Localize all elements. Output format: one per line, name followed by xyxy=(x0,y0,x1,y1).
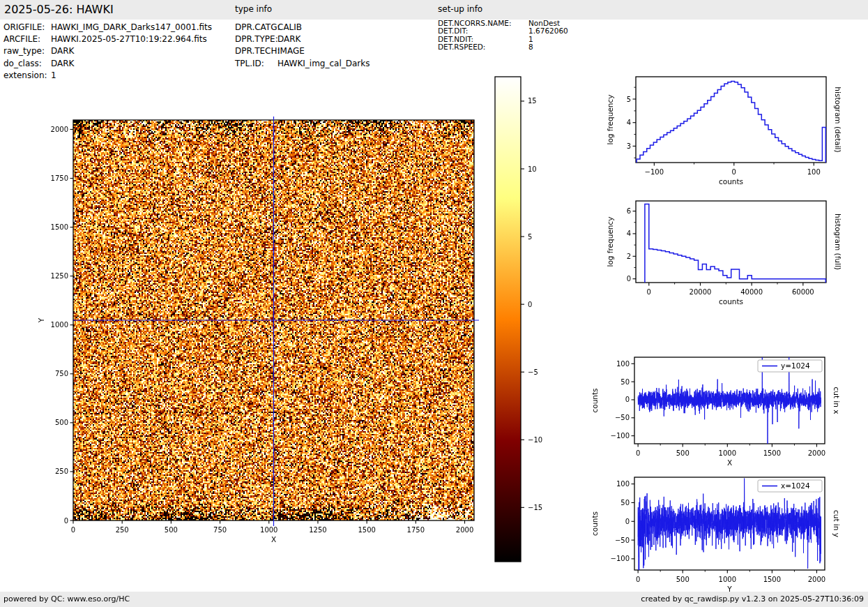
colorbar-tick-label: 10 xyxy=(528,165,537,173)
x-tick-label: 1500 xyxy=(763,449,781,457)
hist_detail-ylabel: log frequency xyxy=(606,94,614,144)
hist_full-frame xyxy=(636,201,826,283)
x-tick-label: 1000 xyxy=(719,576,736,583)
y-tick-label: 500 xyxy=(55,419,68,426)
y-tick-label: 50 xyxy=(620,499,630,507)
cut_y-side-label: cut in y xyxy=(832,510,841,537)
x-tick-label: 2000 xyxy=(456,526,473,534)
x-tick-label: 1750 xyxy=(407,526,425,534)
doclass-label: do_class: xyxy=(3,58,51,70)
hist_full-xlabel: counts xyxy=(719,297,743,306)
extension-label: extension: xyxy=(3,70,51,82)
x-tick-label: 500 xyxy=(676,576,690,583)
y-tick-label: 0 xyxy=(627,275,631,283)
cut_x-frame xyxy=(634,357,825,444)
ncorrs-value: NonDest xyxy=(528,19,560,27)
qc-report-page: 2025-05-26: HAWKI type info set-up info … xyxy=(0,0,868,607)
y-tick-label: 6 xyxy=(627,207,631,215)
y-tick-label: 100 xyxy=(616,480,630,488)
x-tick-label: 2000 xyxy=(808,449,825,457)
x-tick-label: 0 xyxy=(71,526,75,534)
header-bar: 2025-05-26: HAWKI type info set-up info xyxy=(0,0,868,20)
info-row-dprcatg: DPR.CATG:CALIB xyxy=(235,22,370,33)
x-tick-label: 750 xyxy=(213,526,227,534)
info-row-doclass: do_class:DARK xyxy=(3,58,212,70)
rspeed-value: 8 xyxy=(528,43,533,51)
rawtype-label: raw_type: xyxy=(3,45,51,57)
y-tick-label: 2 xyxy=(627,253,631,260)
x-tick-label: 0 xyxy=(636,449,640,457)
footer-created-by: created by qc_rawdisp.py v1.2.3 on 2025-… xyxy=(641,594,864,604)
origfile-value: HAWKI_IMG_DARK_Darks147_0001.fits xyxy=(51,22,212,32)
colorbar-tick-label: 5 xyxy=(528,233,532,241)
y-tick-label: −50 xyxy=(615,537,630,544)
y-tick-label: 0 xyxy=(64,517,68,525)
y-tick-label: 750 xyxy=(55,370,68,377)
colorbar-tick-label: −5 xyxy=(528,368,538,376)
x-tick-label: 60000 xyxy=(792,288,814,296)
origfile-label: ORIGFILE: xyxy=(3,22,51,33)
y-tick-label: 5 xyxy=(627,96,631,103)
tplid-label: TPL.ID: xyxy=(235,58,277,70)
setup-info-block: DET.NCORRS.NAME:NonDest DET.DIT:1.676206… xyxy=(438,20,568,52)
info-row-dprtech: DPR.TECH:IMAGE xyxy=(235,45,370,57)
info-row-rspeed: DET.RSPEED:8 xyxy=(438,43,568,51)
page-title: 2025-05-26: HAWKI xyxy=(4,3,114,16)
rawtype-value: DARK xyxy=(51,46,74,56)
y-tick-label: 250 xyxy=(55,467,68,475)
cut_x-legend-box xyxy=(758,360,822,372)
x-tick-label: 500 xyxy=(676,449,690,457)
cut_x-line xyxy=(638,352,821,447)
dit-value: 1.6762060 xyxy=(528,27,568,35)
cut_x-xlabel: X xyxy=(727,458,732,467)
y-tick-label: 100 xyxy=(616,360,630,368)
y-tick-label: 2000 xyxy=(51,126,68,133)
hist_full-ylabel: log frequency xyxy=(606,216,614,267)
x-tick-label: 20000 xyxy=(690,288,712,296)
y-tick-label: 3 xyxy=(627,142,631,150)
cut_y-ylabel: counts xyxy=(591,511,599,536)
dark-frame-heatmap xyxy=(73,120,474,520)
x-tick-label: 500 xyxy=(165,526,178,534)
colorbar-tick-label: −15 xyxy=(528,504,542,511)
info-row-dprtype: DPR.TYPE:DARK xyxy=(235,33,370,45)
x-tick-label: 0 xyxy=(732,168,736,176)
arcfile-label: ARCFILE: xyxy=(3,33,51,45)
footer-powered-by: powered by QC: www.eso.org/HC xyxy=(3,594,130,604)
y-tick-label: 1500 xyxy=(51,223,68,231)
y-tick-label: 4 xyxy=(627,119,631,126)
info-row-rawtype: raw_type:DARK xyxy=(3,45,212,57)
y-tick-label: 0 xyxy=(625,396,630,403)
y-tick-label: 50 xyxy=(620,378,630,386)
colorbar-tick-label: −10 xyxy=(528,436,542,444)
info-row-extension: extension:1 xyxy=(3,70,212,82)
cut_x-side-label: cut in x xyxy=(832,387,841,414)
tplid-value: HAWKI_img_cal_Darks xyxy=(277,59,370,68)
main_image-ylabel: Y xyxy=(37,317,45,323)
dprtech-label: DPR.TECH: xyxy=(235,45,277,57)
x-tick-label: 0 xyxy=(636,576,640,583)
cut_y-legend-label: x=1024 xyxy=(781,481,810,490)
x-tick-label: 0 xyxy=(647,288,651,296)
x-tick-label: −100 xyxy=(645,168,664,176)
main_image-xlabel: X xyxy=(271,535,276,544)
cut_y-legend-box xyxy=(758,480,822,492)
hist_full-line xyxy=(645,204,825,283)
dprtech-value: IMAGE xyxy=(277,46,305,56)
hist_detail-side-label: histogram (detail) xyxy=(834,87,842,152)
y-tick-label: 0 xyxy=(625,518,630,525)
type-info-heading: type info xyxy=(235,4,272,14)
arcfile-value: HAWKI.2025-05-27T10:19:22.964.fits xyxy=(51,34,207,44)
y-tick-label: −100 xyxy=(611,555,630,562)
x-tick-label: 100 xyxy=(807,168,821,176)
y-tick-label: −50 xyxy=(615,414,630,421)
dprcatg-label: DPR.CATG: xyxy=(235,22,277,33)
x-tick-label: 2000 xyxy=(808,576,825,583)
cut_y-line xyxy=(638,479,821,602)
cut_y-frame xyxy=(634,477,825,570)
ndit-value: 1 xyxy=(528,35,533,43)
setup-info-heading: set-up info xyxy=(438,4,482,14)
y-tick-label: 4 xyxy=(627,230,631,237)
type-info-block: DPR.CATG:CALIB DPR.TYPE:DARK DPR.TECH:IM… xyxy=(235,22,370,70)
dprtype-label: DPR.TYPE: xyxy=(235,33,277,45)
